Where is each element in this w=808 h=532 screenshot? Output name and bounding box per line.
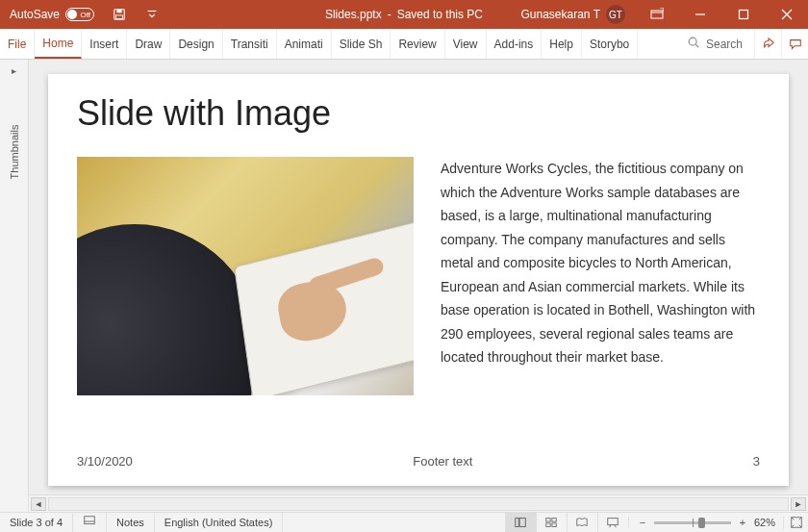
ribbon-display-options[interactable] bbox=[635, 0, 678, 29]
tell-me-search[interactable]: Search bbox=[675, 29, 754, 59]
svg-rect-18 bbox=[546, 523, 550, 527]
svg-point-10 bbox=[689, 38, 696, 45]
svg-rect-12 bbox=[85, 517, 95, 524]
maximize-button[interactable] bbox=[721, 0, 765, 29]
autosave-label: AutoSave bbox=[10, 8, 60, 21]
thumbnails-pane[interactable]: ▸ Thumbnails bbox=[0, 60, 29, 512]
slide-title[interactable]: Slide with Image bbox=[77, 93, 760, 134]
tab-draw[interactable]: Draw bbox=[127, 29, 170, 59]
horizontal-scrollbar[interactable]: ◄ ► bbox=[29, 494, 808, 512]
tab-storyboarding[interactable]: Storybo bbox=[582, 29, 638, 59]
svg-rect-4 bbox=[651, 11, 663, 18]
slide-indicator-text: Slide 3 of 4 bbox=[10, 517, 63, 528]
zoom-in-button[interactable]: + bbox=[737, 517, 748, 528]
save-icon[interactable] bbox=[112, 7, 127, 22]
zoom-controls: − + 62% bbox=[628, 517, 783, 528]
language-button[interactable]: English (United States) bbox=[155, 513, 284, 532]
save-status: Saved to this PC bbox=[397, 8, 483, 21]
search-icon bbox=[687, 36, 700, 52]
zoom-out-button[interactable]: − bbox=[637, 517, 648, 528]
zoom-thumb[interactable] bbox=[698, 518, 705, 528]
svg-rect-14 bbox=[516, 519, 519, 527]
slide-body-text[interactable]: Adventure Works Cycles, the fictitious c… bbox=[441, 157, 760, 395]
svg-line-11 bbox=[695, 44, 698, 47]
workspace: ▸ Thumbnails Slide with Image Adventure … bbox=[0, 60, 808, 512]
tab-review[interactable]: Review bbox=[391, 29, 444, 59]
share-button[interactable] bbox=[754, 29, 781, 59]
svg-rect-17 bbox=[552, 519, 556, 522]
title-center: Slides.pptx - Saved to this PC bbox=[325, 8, 483, 21]
notes-label: Notes bbox=[116, 517, 144, 528]
tab-design[interactable]: Design bbox=[170, 29, 222, 59]
slide-canvas[interactable]: Slide with Image Adventure Works Cycles,… bbox=[48, 74, 789, 486]
autosave-toggle[interactable]: AutoSave Off bbox=[0, 8, 104, 21]
view-buttons bbox=[505, 513, 628, 532]
tab-view[interactable]: View bbox=[445, 29, 487, 59]
slide-footer-date[interactable]: 3/10/2020 bbox=[77, 454, 133, 469]
svg-rect-16 bbox=[546, 519, 550, 522]
tab-addins[interactable]: Add-ins bbox=[487, 29, 543, 59]
scroll-left-icon[interactable]: ◄ bbox=[31, 497, 46, 511]
svg-rect-19 bbox=[552, 523, 556, 527]
slideshow-button[interactable] bbox=[597, 513, 628, 532]
minimize-button[interactable] bbox=[678, 0, 721, 29]
user-initials: GT bbox=[609, 10, 622, 20]
zoom-percent[interactable]: 62% bbox=[754, 517, 775, 528]
tab-animations[interactable]: Animati bbox=[277, 29, 332, 59]
svg-rect-15 bbox=[520, 519, 526, 527]
slide-image[interactable] bbox=[77, 157, 414, 395]
fit-to-window-button[interactable] bbox=[783, 516, 808, 529]
status-bar: Slide 3 of 4 Notes English (United State… bbox=[0, 512, 808, 532]
reading-view-button[interactable] bbox=[567, 513, 597, 532]
search-placeholder: Search bbox=[706, 38, 743, 51]
tab-help[interactable]: Help bbox=[542, 29, 582, 59]
tab-transitions[interactable]: Transiti bbox=[223, 29, 277, 59]
filename: Slides.pptx bbox=[325, 8, 382, 21]
quick-access-toolbar bbox=[104, 7, 160, 22]
svg-rect-1 bbox=[116, 10, 121, 13]
title-separator: - bbox=[388, 8, 391, 21]
scroll-right-icon[interactable]: ► bbox=[791, 497, 806, 511]
comments-button[interactable] bbox=[781, 29, 808, 59]
svg-rect-2 bbox=[116, 15, 123, 19]
tab-insert[interactable]: Insert bbox=[82, 29, 127, 59]
slide-footer-text[interactable]: Footer text bbox=[413, 454, 472, 469]
tab-slideshow[interactable]: Slide Sh bbox=[332, 29, 391, 59]
normal-view-button[interactable] bbox=[505, 513, 536, 532]
title-bar: AutoSave Off Slides.pptx - Saved to this… bbox=[0, 0, 808, 29]
zoom-slider[interactable] bbox=[654, 521, 731, 524]
account-button[interactable]: Gunasekaran T GT bbox=[521, 5, 636, 24]
slide-indicator[interactable]: Slide 3 of 4 bbox=[0, 513, 73, 532]
slide-footer: 3/10/2020 Footer text 3 bbox=[77, 454, 760, 469]
notes-toggle[interactable]: Notes bbox=[107, 513, 155, 532]
language-text: English (United States) bbox=[164, 517, 273, 528]
scroll-track[interactable] bbox=[48, 497, 789, 511]
svg-rect-20 bbox=[608, 519, 619, 525]
autosave-switch[interactable]: Off bbox=[65, 8, 94, 21]
notes-button[interactable] bbox=[73, 513, 107, 532]
ribbon-tabs: File Home Insert Draw Design Transiti An… bbox=[0, 29, 808, 60]
expand-thumbnails-icon[interactable]: ▸ bbox=[12, 65, 16, 76]
autosave-state: Off bbox=[81, 11, 91, 19]
tab-file[interactable]: File bbox=[0, 29, 35, 59]
svg-rect-7 bbox=[739, 11, 747, 19]
slide-sorter-button[interactable] bbox=[536, 513, 567, 532]
user-avatar: GT bbox=[606, 5, 625, 24]
close-button[interactable] bbox=[765, 0, 808, 29]
thumbnails-label: Thumbnails bbox=[9, 125, 20, 180]
slide-edit-area: Slide with Image Adventure Works Cycles,… bbox=[29, 60, 808, 512]
user-name: Gunasekaran T bbox=[521, 8, 601, 21]
notes-icon bbox=[83, 515, 96, 530]
qat-customize-icon[interactable] bbox=[144, 7, 160, 22]
slide-footer-number[interactable]: 3 bbox=[753, 454, 760, 469]
tab-home[interactable]: Home bbox=[35, 29, 82, 59]
